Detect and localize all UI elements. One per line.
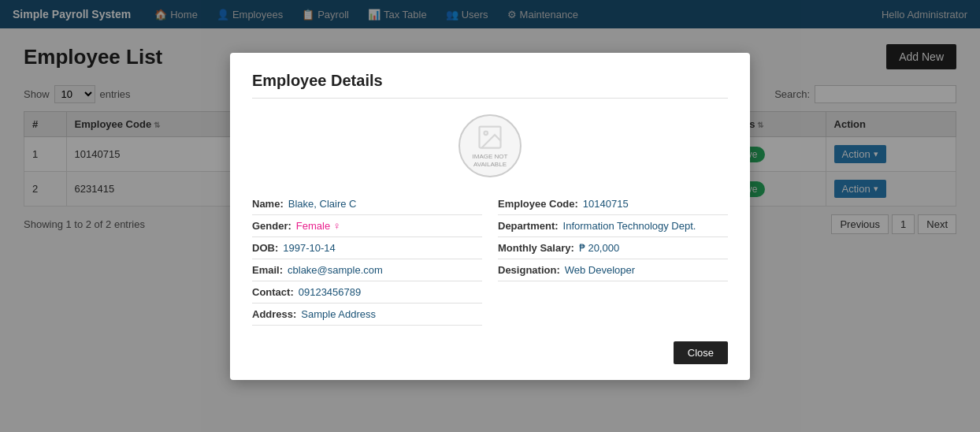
salary-label: Monthly Salary:: [498, 242, 574, 251]
employee-details-modal: Employee Details IMAGE NOTAVAILABLE Name…: [230, 53, 750, 251]
detail-salary: Monthly Salary: ₱ 20,000: [498, 237, 728, 251]
details-grid: Name: Blake, Claire C Gender: Female ♀ D…: [252, 193, 728, 251]
avatar-area: IMAGE NOTAVAILABLE: [252, 114, 728, 177]
avatar: IMAGE NOTAVAILABLE: [458, 114, 522, 177]
salary-value: ₱ 20,000: [579, 242, 619, 251]
detail-name: Name: Blake, Claire C: [252, 193, 482, 215]
dob-value: 1997-10-14: [283, 242, 336, 251]
image-icon: [476, 123, 504, 151]
gender-value: Female ♀: [296, 220, 341, 232]
detail-gender: Gender: Female ♀: [252, 215, 482, 237]
svg-point-1: [484, 131, 488, 135]
dept-value: Information Technology Dept.: [563, 220, 696, 232]
emp-code-value: 10140715: [583, 198, 629, 210]
detail-emp-code: Employee Code: 10140715: [498, 193, 728, 215]
details-left: Name: Blake, Claire C Gender: Female ♀ D…: [252, 193, 482, 251]
detail-department: Department: Information Technology Dept.: [498, 215, 728, 237]
dob-label: DOB:: [252, 242, 278, 251]
name-label: Name:: [252, 198, 284, 210]
dept-label: Department:: [498, 220, 559, 232]
details-right: Employee Code: 10140715 Department: Info…: [498, 193, 728, 251]
avatar-text: IMAGE NOTAVAILABLE: [473, 153, 508, 168]
name-value: Blake, Claire C: [288, 198, 357, 210]
detail-dob: DOB: 1997-10-14: [252, 237, 482, 251]
emp-code-label: Employee Code:: [498, 198, 578, 210]
modal-title: Employee Details: [252, 72, 728, 99]
gender-label: Gender:: [252, 220, 291, 232]
modal-overlay[interactable]: Employee Details IMAGE NOTAVAILABLE Name…: [0, 0, 980, 250]
